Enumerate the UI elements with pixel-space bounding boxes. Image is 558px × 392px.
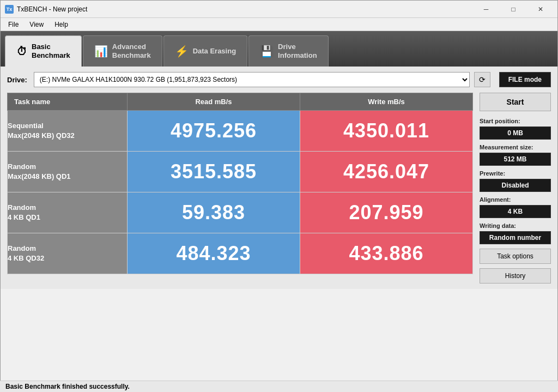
- status-text: Basic Benchmark finished successfully.: [5, 383, 130, 390]
- tab-basic-benchmark[interactable]: ⏱ BasicBenchmark: [5, 35, 82, 67]
- drive-label: Drive:: [7, 76, 27, 84]
- drive-selector[interactable]: (E:) NVMe GALAX HA1K1000N 930.72 GB (1,9…: [34, 72, 470, 87]
- left-panel: Task name Read mB/s Write mB/s Sequentia…: [7, 93, 473, 284]
- maximize-button[interactable]: □: [501, 1, 526, 17]
- tab-advanced-label: AdvancedBenchmark: [112, 43, 151, 59]
- titlebar: Tx TxBENCH - New project ─ □ ✕: [1, 1, 557, 18]
- tabbar: ⏱ BasicBenchmark 📊 AdvancedBenchmark ⚡ D…: [1, 31, 557, 67]
- col-write: Write mB/s: [300, 93, 473, 111]
- writing-data-value: Random number: [480, 231, 551, 244]
- drive-info-icon: 💾: [260, 45, 274, 58]
- tab-erasing-label: Data Erasing: [193, 47, 236, 56]
- minimize-button[interactable]: ─: [474, 1, 499, 17]
- read-cell: 4975.256: [128, 111, 300, 152]
- drive-row: Drive: (E:) NVMe GALAX HA1K1000N 930.72 …: [7, 72, 551, 87]
- right-panel: Start Start position: 0 MB Measurement s…: [473, 93, 551, 284]
- write-cell: 4256.047: [300, 152, 473, 192]
- menubar: File View Help: [1, 18, 557, 31]
- start-position-label: Start position:: [480, 118, 551, 124]
- tab-drive-label: DriveInformation: [278, 43, 317, 59]
- app-icon: Tx: [5, 5, 14, 14]
- drive-refresh-button[interactable]: ⟳: [474, 72, 490, 87]
- read-cell: 3515.585: [128, 152, 300, 192]
- read-value: 4975.256: [128, 111, 300, 151]
- table-row: Random4 KB QD159.383207.959: [8, 192, 473, 233]
- table-row: RandomMax(2048 KB) QD13515.5854256.047: [8, 152, 473, 192]
- table-row: SequentialMax(2048 KB) QD324975.2564350.…: [8, 111, 473, 152]
- window-title: TxBENCH - New project: [17, 5, 474, 13]
- table-row: Random4 KB QD32484.323433.886: [8, 233, 473, 274]
- write-value: 433.886: [300, 233, 472, 274]
- task-options-button[interactable]: Task options: [480, 249, 551, 264]
- write-value: 4256.047: [300, 152, 472, 192]
- task-cell: SequentialMax(2048 KB) QD32: [8, 111, 128, 152]
- tab-basic-label: BasicBenchmark: [32, 43, 70, 59]
- write-cell: 433.886: [300, 233, 473, 274]
- write-cell: 4350.011: [300, 111, 473, 152]
- alignment-label: Alignment:: [480, 196, 551, 203]
- read-cell: 484.323: [128, 233, 300, 274]
- start-position-value: 0 MB: [480, 126, 551, 140]
- task-cell: Random4 KB QD1: [8, 192, 128, 233]
- benchmark-table: Task name Read mB/s Write mB/s Sequentia…: [7, 93, 473, 274]
- read-value: 59.383: [128, 192, 300, 233]
- prewrite-value: Disabled: [480, 179, 551, 192]
- tab-advanced-benchmark[interactable]: 📊 AdvancedBenchmark: [83, 35, 162, 67]
- history-button[interactable]: History: [480, 268, 551, 284]
- measurement-size-value: 512 MB: [480, 153, 551, 166]
- menu-help[interactable]: Help: [49, 20, 74, 29]
- main-content: Drive: (E:) NVMe GALAX HA1K1000N 930.72 …: [1, 67, 557, 289]
- file-mode-button[interactable]: FILE mode: [499, 72, 551, 87]
- main-area: Task name Read mB/s Write mB/s Sequentia…: [7, 93, 551, 284]
- data-erasing-icon: ⚡: [175, 45, 189, 58]
- close-button[interactable]: ✕: [528, 1, 553, 17]
- tab-drive-information[interactable]: 💾 DriveInformation: [248, 35, 329, 67]
- tab-data-erasing[interactable]: ⚡ Data Erasing: [163, 35, 247, 67]
- write-cell: 207.959: [300, 192, 473, 233]
- start-button[interactable]: Start: [480, 93, 551, 111]
- col-task-name: Task name: [8, 93, 128, 111]
- write-value: 207.959: [300, 192, 472, 233]
- prewrite-label: Prewrite:: [480, 170, 551, 177]
- menu-view[interactable]: View: [24, 20, 49, 29]
- col-read: Read mB/s: [128, 93, 300, 111]
- read-value: 484.323: [128, 233, 300, 274]
- write-value: 4350.011: [300, 111, 472, 151]
- read-value: 3515.585: [128, 152, 300, 192]
- statusbar: Basic Benchmark finished successfully.: [0, 381, 558, 392]
- window-controls: ─ □ ✕: [474, 1, 553, 17]
- basic-benchmark-icon: ⏱: [16, 45, 27, 58]
- alignment-value: 4 KB: [480, 205, 551, 218]
- read-cell: 59.383: [128, 192, 300, 233]
- task-cell: Random4 KB QD32: [8, 233, 128, 274]
- measurement-size-label: Measurement size:: [480, 144, 551, 150]
- task-cell: RandomMax(2048 KB) QD1: [8, 152, 128, 192]
- menu-file[interactable]: File: [3, 20, 24, 29]
- advanced-benchmark-icon: 📊: [94, 45, 108, 58]
- writing-data-label: Writing data:: [480, 222, 551, 229]
